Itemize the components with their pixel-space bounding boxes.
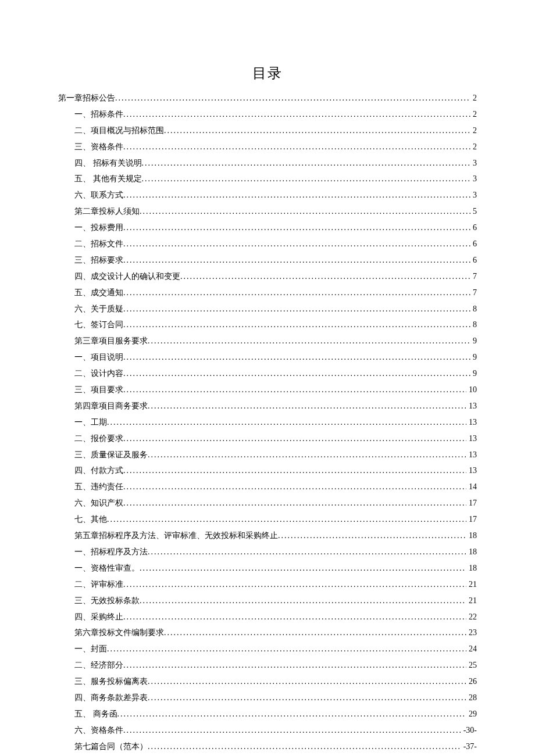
toc-leader-dots	[123, 659, 466, 672]
toc-leader-dots	[148, 546, 466, 558]
page-title: 目录	[58, 64, 477, 83]
toc-leader-dots	[148, 675, 466, 688]
toc-entry-label: 七、其他	[74, 513, 107, 526]
toc-entry-label: 一、资格性审查。	[74, 562, 140, 575]
toc-entry-label: 三、质量保证及服务	[74, 449, 148, 461]
toc-entry-page: 10	[466, 384, 477, 396]
toc-entry-label: 第五章招标程序及方法、评审标准、无效投标和采购终止	[74, 529, 278, 542]
toc-entry-page: 8	[470, 318, 477, 331]
toc-entry-label: 三、服务投标偏离表	[74, 675, 148, 688]
toc-entry-label: 三、无效投标条款	[74, 594, 140, 607]
toc-entry-label: 二、报价要求	[74, 432, 123, 445]
toc-entry: 一、工期 13	[74, 416, 477, 429]
toc-entry-page: 22	[466, 611, 477, 624]
toc-entry-page: 6	[470, 254, 477, 267]
toc-entry-page: 13	[466, 400, 477, 413]
toc-entry: 二、设计内容9	[74, 367, 477, 380]
toc-leader-dots	[107, 513, 466, 526]
toc-entry: 二、评审标准 21	[74, 578, 477, 591]
toc-entry: 第六章投标文件编制要求 23	[74, 626, 477, 639]
toc-entry-page: 23	[466, 626, 477, 639]
toc-entry-label: 第二章投标人须知	[74, 205, 140, 218]
toc-entry: 六、知识产权 17	[74, 497, 477, 510]
toc-entry-label: 二、设计内容	[74, 367, 123, 380]
toc-entry-page: 28	[466, 691, 477, 704]
toc-entry-label: 四、付款方式	[74, 464, 123, 477]
toc-leader-dots	[115, 92, 470, 105]
toc-entry: 四、付款方式 13	[74, 464, 477, 477]
toc-entry-page: 13	[466, 432, 477, 445]
toc-entry-page: 25	[466, 659, 477, 672]
toc-entry: 六、联系方式3	[74, 189, 477, 202]
toc-entry-page: 2	[470, 124, 477, 137]
toc-leader-dots	[164, 124, 470, 137]
toc-entry-page: 17	[466, 497, 477, 510]
toc-entry-page: 18	[466, 546, 477, 558]
toc-entry-page: 21	[466, 578, 477, 591]
toc-entry-label: 第一章招标公告	[58, 92, 115, 105]
toc-entry: 二、招标文件6	[74, 238, 477, 250]
toc-leader-dots	[123, 108, 470, 121]
toc-entry-label: 七、签订合同	[74, 318, 123, 331]
toc-entry-label: 六、关于质疑	[74, 303, 123, 316]
toc-entry: 第四章项目商务要求 13	[74, 400, 477, 413]
toc-entry-page: 14	[466, 481, 477, 493]
toc-entry: 第七篇合同（范本）-37-	[74, 740, 477, 753]
toc-entry: 一、项目说明9	[74, 351, 477, 364]
toc-entry: 第三章项目服务要求9	[74, 335, 477, 347]
toc-entry: 四、商务条款差异表 28	[74, 691, 477, 704]
toc-leader-dots	[142, 173, 471, 185]
toc-entry: 二、报价要求 13	[74, 432, 477, 445]
toc-entry: 四、 招标有关说明3	[74, 157, 477, 170]
toc-leader-dots	[148, 740, 461, 753]
toc-entry-label: 第七篇合同（范本）	[74, 740, 148, 753]
toc-leader-dots	[123, 724, 461, 737]
toc-entry-page: 17	[466, 513, 477, 526]
toc-entry-label: 四、 招标有关说明	[74, 157, 142, 170]
toc-entry: 五、 其他有关规定3	[74, 173, 477, 185]
toc-leader-dots	[107, 416, 466, 429]
toc-entry-label: 四、商务条款差异表	[74, 691, 148, 704]
toc-entry-page: 13	[466, 464, 477, 477]
toc-leader-dots	[107, 643, 466, 655]
toc-entry-page: 7	[470, 286, 477, 299]
toc-leader-dots	[140, 594, 466, 607]
toc-entry-label: 一、项目说明	[74, 351, 123, 364]
toc-entry-page: 3	[470, 173, 477, 185]
toc-entry-page: 2	[470, 92, 477, 105]
toc-leader-dots	[148, 449, 466, 461]
toc-entry-label: 二、评审标准	[74, 578, 123, 591]
toc-entry-page: 3	[470, 189, 477, 202]
toc-leader-dots	[123, 221, 470, 234]
toc-leader-dots	[142, 157, 471, 170]
toc-leader-dots	[140, 562, 466, 575]
toc-entry-label: 五、 商务函	[74, 708, 117, 721]
toc-entry-label: 四、采购终止	[74, 611, 123, 624]
toc-entry: 第二章投标人须知5	[74, 205, 477, 218]
toc-leader-dots	[123, 141, 470, 153]
toc-entry: 三、无效投标条款 21	[74, 594, 477, 607]
toc-entry: 三、质量保证及服务 13	[74, 449, 477, 461]
toc-entry-label: 六、联系方式	[74, 189, 123, 202]
toc-leader-dots	[164, 626, 466, 639]
toc-leader-dots	[140, 205, 470, 218]
toc-leader-dots	[123, 432, 466, 445]
toc-entry-label: 五、违约责任	[74, 481, 123, 493]
toc-entry: 七、签订合同8	[74, 318, 477, 331]
toc-entry: 第五章招标程序及方法、评审标准、无效投标和采购终止 18	[74, 529, 477, 542]
toc-entry-page: 13	[466, 449, 477, 461]
toc-entry: 三、资格条件2	[74, 141, 477, 153]
toc-leader-dots	[123, 303, 470, 316]
toc-entry-page: 24	[466, 643, 477, 655]
toc-leader-dots	[148, 335, 470, 347]
toc-entry: 一、招标条件2	[74, 108, 477, 121]
toc-entry-page: 8	[470, 303, 477, 316]
toc-entry: 一、封面 24	[74, 643, 477, 655]
toc-entry: 二、经济部分 25	[74, 659, 477, 672]
toc-entry-page: 18	[466, 529, 477, 542]
toc-entry-page: 13	[466, 416, 477, 429]
toc-entry-label: 一、投标费用	[74, 221, 123, 234]
toc-entry-label: 四、成交设计人的确认和变更	[74, 270, 180, 283]
toc-entry-page: 21	[466, 594, 477, 607]
toc-entry-page: -37-	[461, 740, 477, 753]
